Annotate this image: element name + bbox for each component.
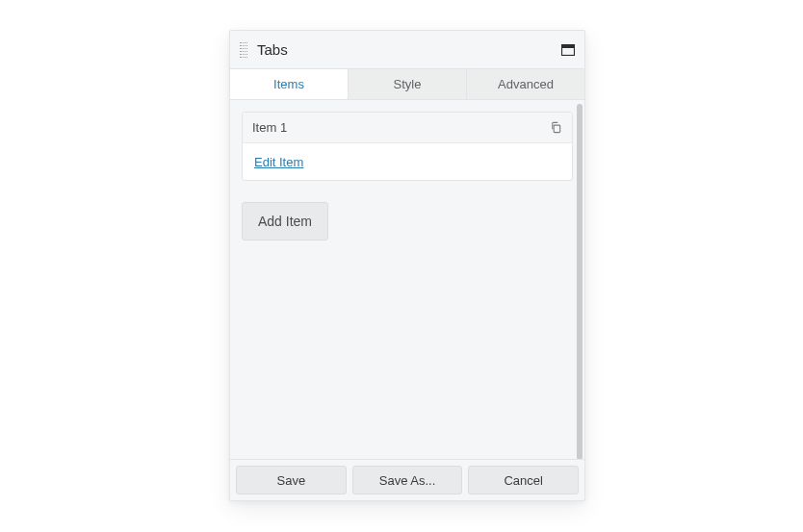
cancel-button[interactable]: Cancel bbox=[468, 466, 579, 494]
svg-rect-2 bbox=[554, 125, 560, 132]
scrollbar-thumb[interactable] bbox=[577, 104, 583, 459]
tabs-row: Items Style Advanced bbox=[230, 69, 584, 100]
item-body: Edit Item bbox=[243, 143, 572, 180]
panel-title: Tabs bbox=[257, 41, 561, 58]
save-as-button[interactable]: Save As... bbox=[352, 466, 463, 494]
panel-header: Tabs bbox=[230, 31, 584, 69]
edit-item-link[interactable]: Edit Item bbox=[254, 155, 303, 169]
save-button[interactable]: Save bbox=[236, 466, 347, 494]
tab-items[interactable]: Items bbox=[230, 69, 349, 99]
window-icon[interactable] bbox=[561, 44, 575, 56]
add-item-button[interactable]: Add Item bbox=[242, 202, 328, 241]
tabs-settings-panel: Tabs Items Style Advanced Item 1 bbox=[229, 30, 585, 501]
tab-advanced[interactable]: Advanced bbox=[467, 69, 584, 99]
drag-handle-icon[interactable] bbox=[238, 42, 249, 58]
item-header[interactable]: Item 1 bbox=[243, 113, 572, 143]
item-label: Item 1 bbox=[252, 120, 287, 135]
item-card: Item 1 Edit Item bbox=[242, 112, 573, 181]
tab-style[interactable]: Style bbox=[349, 69, 467, 99]
panel-footer: Save Save As... Cancel bbox=[230, 459, 584, 500]
content-scroll: Item 1 Edit Item Add Item bbox=[230, 100, 584, 459]
copy-icon[interactable] bbox=[550, 121, 562, 134]
content-area: Item 1 Edit Item Add Item bbox=[230, 100, 584, 459]
svg-rect-1 bbox=[562, 44, 575, 48]
scrollbar[interactable] bbox=[577, 104, 583, 455]
